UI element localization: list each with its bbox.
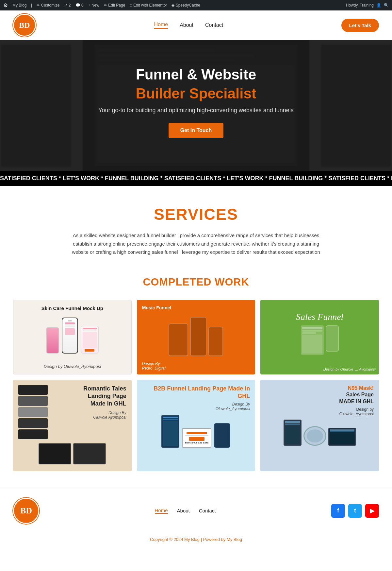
card-romantic-title: Romantic TalesLanding PageMade in GHL	[50, 385, 126, 408]
admin-revisions[interactable]: ↺ 2	[64, 3, 71, 8]
card-sales-title: Sales Funnel	[266, 312, 374, 322]
nav-home[interactable]: Home	[154, 22, 168, 29]
logo[interactable]: BD	[13, 14, 36, 37]
ticker-text-dup: SATISFIED CLIENTS * LET'S WORK * FUNNEL …	[328, 175, 392, 182]
music-mockup	[142, 317, 250, 356]
card-sales-credit: Design by Oluwole_... Ayomiposi	[323, 367, 376, 371]
services-description: As a skilled website designer and funnel…	[69, 231, 323, 256]
hero-section: Funnel & Website Builder Specialist Your…	[0, 40, 392, 171]
footer-social: f t ▶	[331, 504, 379, 518]
letstalk-button[interactable]: Let's Talk	[341, 19, 379, 32]
admin-elementor[interactable]: □ Edit with Elementor	[130, 3, 167, 8]
card-n95-credit: Design byOluwole_Ayomiposi	[339, 407, 374, 416]
facebook-button[interactable]: f	[331, 504, 345, 518]
services-title: SERVICES	[13, 205, 379, 223]
work-card-romantic[interactable]: Romantic TalesLanding PageMade in GHL De…	[13, 380, 132, 471]
ticker-bar: SATISFIED CLIENTS * LET'S WORK * FUNNEL …	[0, 171, 392, 186]
footer: BD Home About Contact f t ▶	[0, 488, 392, 534]
card-skincare-title: Skin Care Funnel Mock Up	[19, 305, 126, 311]
admin-bar: ⚙ My Blog | ✏ Customize ↺ 2 💬 0 + New ✏ …	[0, 0, 392, 10]
getintouch-button[interactable]: Get In Touch	[169, 123, 224, 138]
completed-section: COMPLETED WORK Skin Care Funnel Mock Up	[0, 266, 392, 488]
admin-user: Howdy, Training 👤 🔍	[346, 3, 389, 8]
nav-contact[interactable]: Contact	[205, 22, 223, 28]
work-card-skincare[interactable]: Skin Care Funnel Mock Up Design by Oluwo…	[13, 300, 132, 374]
card-music-credit: Design ByPedro_Digital	[142, 361, 166, 371]
admin-comments[interactable]: 💬 0	[75, 3, 84, 8]
nav-about[interactable]: About	[180, 22, 193, 28]
admin-myblog[interactable]: My Blog	[12, 3, 26, 8]
footer-nav-home[interactable]: Home	[155, 508, 168, 514]
twitter-button[interactable]: t	[348, 504, 362, 518]
work-card-sales[interactable]: Sales Funnel Design by Oluwole_... Ayomi…	[260, 300, 379, 374]
footer-nav-about[interactable]: About	[177, 508, 190, 513]
navigation: BD Home About Contact Let's Talk	[0, 10, 392, 40]
admin-new[interactable]: + New	[88, 3, 99, 8]
card-skincare-credit: Design by Oluwole_Ayomiposi	[19, 364, 126, 369]
footer-logo[interactable]: BD	[13, 498, 39, 524]
admin-speedycache[interactable]: ◆ SpeedyCache	[172, 3, 200, 8]
divider: |	[31, 3, 32, 8]
work-grid: Skin Care Funnel Mock Up Design by Oluwo…	[13, 300, 379, 471]
admin-editpage[interactable]: ✏ Edit Page	[104, 3, 125, 8]
card-music-title: Music Funnel	[142, 305, 250, 310]
youtube-button[interactable]: ▶	[365, 504, 379, 518]
wp-icon: ⚙	[3, 2, 8, 9]
work-card-n95[interactable]: N95 Mask!Sales PageMADE IN GHL Design by…	[260, 380, 379, 471]
services-section: SERVICES As a skilled website designer a…	[0, 186, 392, 266]
footer-nav-contact[interactable]: Contact	[199, 508, 216, 513]
skincare-mockup	[19, 318, 126, 354]
work-card-b2b[interactable]: B2B Funnel Landing Page Made in GHL Desi…	[137, 380, 255, 471]
card-b2b-title: B2B Funnel Landing Page Made in GHL	[142, 385, 250, 400]
hero-title-line1: Funnel & Website	[7, 66, 385, 83]
completed-title: COMPLETED WORK	[13, 276, 379, 288]
hero-description: Your go-to for building and optimizing h…	[82, 107, 310, 114]
footer-copyright: Copyright © 2024 My Blog | Powered by My…	[0, 534, 392, 545]
card-b2b-credit: Design ByOluwole_Ayomiposi	[142, 402, 250, 411]
footer-nav: Home About Contact	[155, 508, 216, 514]
card-n95-title: N95 Mask!Sales PageMADE IN GHL	[339, 385, 374, 405]
work-card-music[interactable]: Music Funnel Design ByPedro_Digital	[137, 300, 255, 374]
ticker-text: SATISFIED CLIENTS * LET'S WORK * FUNNEL …	[0, 175, 327, 182]
card-romantic-credit: Design ByOluwole Ayomiposi	[50, 410, 126, 420]
nav-links: Home About Contact	[154, 22, 223, 29]
sales-mockup	[266, 325, 374, 355]
hero-title-line2: Builder Specialist	[7, 85, 385, 102]
admin-customize[interactable]: ✏ Customize	[37, 3, 59, 8]
search-icon[interactable]: 🔍	[384, 3, 389, 8]
